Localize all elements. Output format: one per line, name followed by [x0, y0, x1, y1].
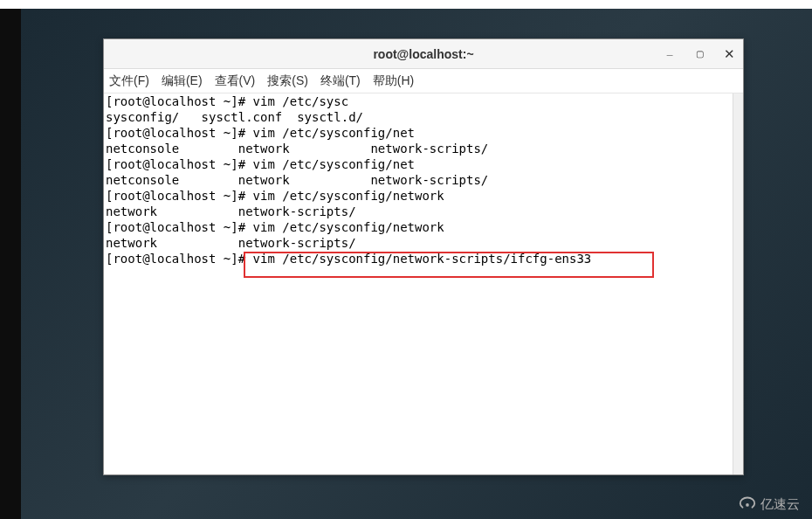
- watermark: 亿速云: [738, 495, 800, 514]
- terminal-line: network network-scripts/: [106, 204, 741, 219]
- terminal-line: [root@localhost ~]# vim /etc/sysconfig/n…: [106, 219, 741, 235]
- top-gap: [0, 0, 812, 9]
- close-button[interactable]: ✕: [719, 44, 740, 65]
- terminal-line: [root@localhost ~]# vim /etc/sysconfig/n…: [106, 188, 741, 204]
- terminal-line: network network-scripts/: [106, 235, 741, 251]
- watermark-logo-icon: [738, 495, 757, 514]
- maximize-button[interactable]: ▢: [689, 44, 710, 65]
- svg-point-0: [746, 503, 749, 507]
- menu-file[interactable]: 文件(F): [109, 73, 149, 89]
- scrollbar[interactable]: [733, 93, 743, 474]
- terminal-line: [root@localhost ~]# vim /etc/sysconfig/n…: [106, 125, 741, 141]
- menu-view[interactable]: 查看(V): [215, 73, 256, 89]
- menu-edit[interactable]: 编辑(E): [162, 73, 203, 89]
- terminal-line: [root@localhost ~]# vim /etc/sysconfig/n…: [106, 156, 741, 172]
- menubar: 文件(F) 编辑(E) 查看(V) 搜索(S) 终端(T) 帮助(H): [104, 69, 743, 93]
- left-bar: [0, 9, 21, 519]
- terminal-line: [root@localhost ~]# vim /etc/sysc: [106, 93, 741, 109]
- window-controls: _ ▢ ✕: [659, 44, 740, 65]
- terminal-line: netconsole network network-scripts/: [106, 141, 741, 156]
- terminal-line: netconsole network network-scripts/: [106, 172, 741, 188]
- minimize-button[interactable]: _: [659, 44, 680, 65]
- watermark-text: 亿速云: [760, 496, 800, 513]
- terminal-output[interactable]: [root@localhost ~]# vim /etc/sysc syscon…: [104, 93, 743, 474]
- titlebar[interactable]: root@localhost:~ _ ▢ ✕: [104, 39, 743, 69]
- terminal-line-current: [root@localhost ~]# vim /etc/sysconfig/n…: [106, 251, 741, 266]
- terminal-window: root@localhost:~ _ ▢ ✕ 文件(F) 编辑(E) 查看(V)…: [103, 38, 744, 475]
- menu-terminal[interactable]: 终端(T): [320, 73, 361, 89]
- terminal-line: sysconfig/ sysctl.conf sysctl.d/: [106, 109, 741, 125]
- maximize-icon: ▢: [696, 49, 704, 59]
- minimize-icon: _: [667, 45, 673, 57]
- menu-search[interactable]: 搜索(S): [267, 73, 308, 89]
- menu-help[interactable]: 帮助(H): [373, 73, 414, 89]
- close-icon: ✕: [724, 46, 735, 62]
- window-title: root@localhost:~: [104, 47, 743, 61]
